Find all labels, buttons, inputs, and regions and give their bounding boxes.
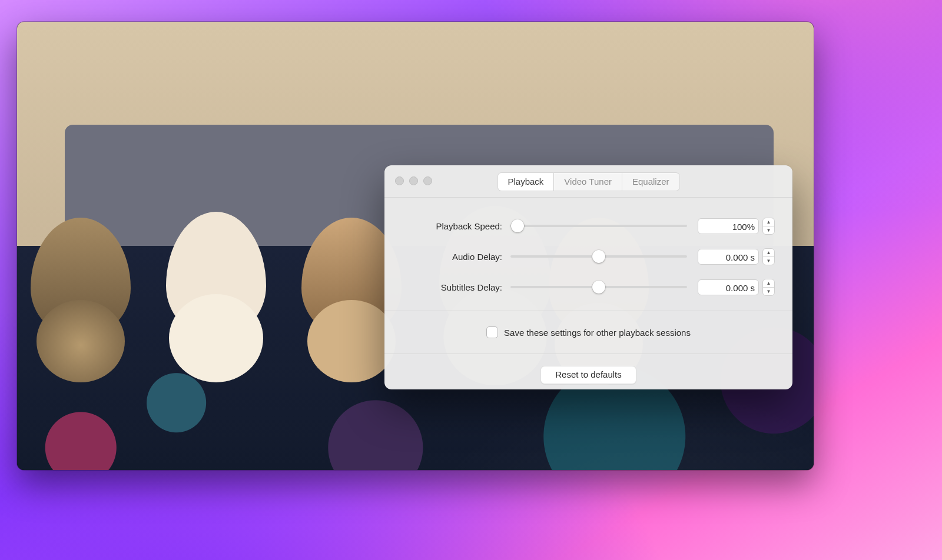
stepper-down-icon[interactable]: ▼ bbox=[763, 288, 774, 295]
zoom-window-button[interactable] bbox=[423, 176, 432, 185]
playback-speed-slider[interactable] bbox=[510, 225, 687, 227]
subtitles-delay-slider[interactable] bbox=[510, 286, 687, 288]
subtitles-delay-thumb[interactable] bbox=[592, 281, 605, 294]
save-settings-label: Save these settings for other playback s… bbox=[504, 328, 691, 338]
subtitles-delay-label: Subtitles Delay: bbox=[402, 282, 510, 292]
stepper-up-icon[interactable]: ▲ bbox=[763, 279, 774, 288]
playback-speed-stepper[interactable]: ▲ ▼ bbox=[762, 218, 775, 235]
minimize-window-button[interactable] bbox=[409, 176, 418, 185]
audio-delay-thumb[interactable] bbox=[592, 250, 605, 263]
stepper-down-icon[interactable]: ▼ bbox=[763, 257, 774, 265]
window-controls bbox=[395, 176, 432, 185]
reset-to-defaults-button[interactable]: Reset to defaults bbox=[540, 366, 636, 384]
close-window-button[interactable] bbox=[395, 176, 404, 185]
panel-titlebar: Playback Video Tuner Equalizer bbox=[384, 165, 792, 198]
subtitles-delay-value[interactable]: 0.000 s bbox=[698, 279, 759, 295]
settings-tabs: Playback Video Tuner Equalizer bbox=[497, 172, 679, 191]
audio-delay-value[interactable]: 0.000 s bbox=[698, 249, 759, 265]
playback-speed-label: Playback Speed: bbox=[402, 221, 510, 231]
playback-speed-value[interactable]: 100% bbox=[698, 218, 759, 234]
stepper-up-icon[interactable]: ▲ bbox=[763, 218, 774, 226]
tab-playback[interactable]: Playback bbox=[497, 173, 553, 191]
tab-equalizer[interactable]: Equalizer bbox=[622, 173, 679, 191]
playback-speed-row: Playback Speed: 100% ▲ ▼ bbox=[402, 211, 775, 241]
save-settings-checkbox[interactable] bbox=[486, 326, 498, 338]
subtitles-delay-stepper[interactable]: ▲ ▼ bbox=[762, 279, 775, 296]
stepper-down-icon[interactable]: ▼ bbox=[763, 226, 774, 234]
tab-video-tuner[interactable]: Video Tuner bbox=[553, 173, 622, 191]
stepper-up-icon[interactable]: ▲ bbox=[763, 249, 774, 257]
audio-delay-stepper[interactable]: ▲ ▼ bbox=[762, 248, 775, 265]
playback-speed-thumb[interactable] bbox=[511, 219, 524, 232]
playback-settings-panel: Playback Video Tuner Equalizer Playback … bbox=[384, 165, 792, 389]
audio-delay-label: Audio Delay: bbox=[402, 252, 510, 262]
subtitles-delay-row: Subtitles Delay: 0.000 s ▲ ▼ bbox=[402, 272, 775, 302]
audio-delay-row: Audio Delay: 0.000 s ▲ ▼ bbox=[402, 241, 775, 272]
audio-delay-slider[interactable] bbox=[510, 255, 687, 258]
save-settings-row: Save these settings for other playback s… bbox=[402, 311, 775, 354]
